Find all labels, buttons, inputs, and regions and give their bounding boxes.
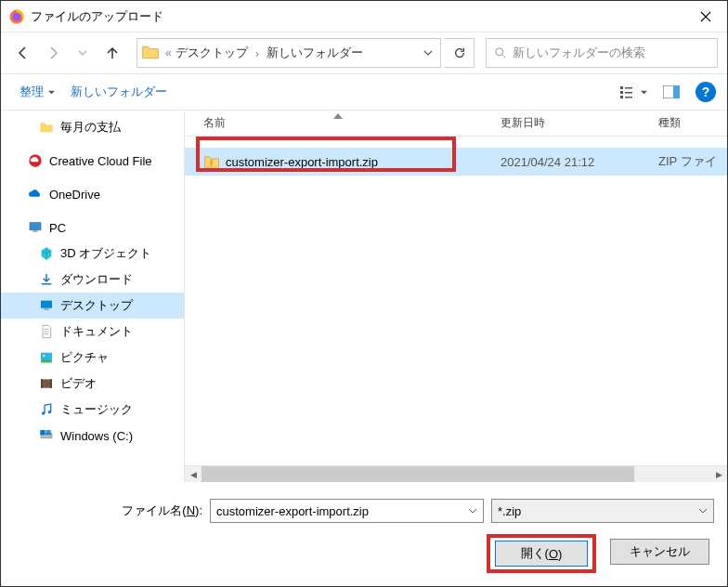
breadcrumb-seg-desktop[interactable]: デスクトップ [172, 45, 252, 61]
svg-rect-5 [620, 96, 623, 98]
file-type-filter[interactable]: *.zip [491, 499, 714, 523]
recent-dropdown[interactable] [70, 40, 96, 66]
tree-item-videos[interactable]: ビデオ [1, 371, 184, 397]
download-icon [38, 271, 55, 288]
address-dropdown[interactable] [414, 39, 440, 67]
svg-point-21 [42, 411, 45, 414]
svg-rect-25 [46, 430, 50, 435]
back-button[interactable] [10, 40, 36, 66]
breadcrumb-seg-newfolder[interactable]: 新しいフォルダー [263, 45, 367, 61]
chevron-right-icon: › [252, 46, 263, 60]
scroll-left-button[interactable]: ◀ [185, 466, 202, 482]
file-open-dialog: ファイルのアップロード « デスクトップ › 新しいフォルダー 新 [0, 0, 728, 587]
file-list-pane: 名前 更新日時 種類 customizer-export-import.zip … [185, 111, 727, 482]
dialog-footer: ファイル名(N): customizer-export-import.zip *… [1, 482, 727, 586]
file-name: customizer-export-import.zip [226, 155, 378, 169]
nav-tree: 毎月の支払 Creative Cloud File OneDrive PC 3D… [1, 111, 185, 482]
help-button[interactable]: ? [696, 82, 716, 102]
svg-rect-26 [211, 160, 213, 166]
tree-item-pictures[interactable]: ピクチャ [1, 345, 184, 371]
svg-rect-4 [620, 91, 623, 94]
3d-objects-icon [38, 245, 55, 262]
tree-item-monthly-pay[interactable]: 毎月の支払 [1, 114, 184, 140]
chevron-down-icon [468, 506, 477, 515]
svg-rect-20 [50, 379, 52, 387]
svg-rect-24 [40, 430, 45, 435]
search-placeholder: 新しいフォルダーの検索 [513, 45, 645, 61]
scroll-right-button[interactable]: ▶ [710, 466, 727, 482]
preview-pane-button[interactable] [655, 79, 688, 105]
tree-item-onedrive[interactable]: OneDrive [1, 181, 184, 207]
sort-asc-icon [333, 111, 343, 122]
svg-point-1 [13, 12, 21, 20]
forward-button[interactable] [40, 40, 66, 66]
window-title: ファイルのアップロード [31, 8, 684, 25]
refresh-button[interactable] [445, 38, 474, 68]
pictures-icon [38, 349, 55, 366]
horizontal-scrollbar[interactable]: ◀ ▶ [185, 465, 727, 482]
svg-rect-8 [625, 97, 632, 98]
svg-rect-14 [41, 301, 52, 308]
tree-item-creative-cloud[interactable]: Creative Cloud File [1, 148, 184, 174]
chevron-down-icon [47, 88, 56, 97]
creative-cloud-icon [27, 152, 44, 169]
tree-item-windows-c[interactable]: Windows (C:) [1, 423, 184, 449]
svg-point-2 [496, 48, 503, 56]
svg-rect-3 [620, 86, 623, 89]
cancel-button[interactable]: キャンセル [610, 539, 709, 565]
scroll-track[interactable] [202, 466, 710, 482]
breadcrumb: デスクトップ › 新しいフォルダー [172, 45, 414, 61]
filename-label: ファイル名(N): [1, 502, 210, 519]
scroll-thumb[interactable] [202, 466, 634, 482]
open-button[interactable]: 開く(O) [495, 541, 588, 567]
toolbar: 整理 新しいフォルダー ? [1, 73, 727, 111]
folder-icon [38, 119, 55, 136]
filename-input[interactable]: customizer-export-import.zip [210, 499, 484, 523]
svg-point-17 [43, 355, 46, 358]
svg-point-22 [48, 411, 51, 413]
tree-item-desktop[interactable]: デスクトップ [1, 293, 184, 319]
documents-icon [38, 323, 55, 340]
svg-rect-12 [30, 223, 41, 230]
music-icon [38, 401, 55, 418]
videos-icon [38, 375, 55, 392]
main-area: 毎月の支払 Creative Cloud File OneDrive PC 3D… [1, 111, 727, 482]
desktop-icon [38, 297, 55, 314]
onedrive-icon [27, 186, 44, 202]
up-button[interactable] [99, 40, 125, 66]
close-button[interactable] [684, 1, 727, 32]
tree-item-downloads[interactable]: ダウンロード [1, 267, 184, 293]
tree-item-3d-objects[interactable]: 3D オブジェクト [1, 241, 184, 267]
svg-rect-6 [625, 87, 632, 89]
column-header-name[interactable]: 名前 [185, 111, 491, 136]
file-list[interactable]: customizer-export-import.zip 2021/04/24 … [185, 137, 727, 465]
firefox-icon [8, 8, 25, 25]
zip-file-icon [203, 153, 220, 170]
tree-item-documents[interactable]: ドキュメント [1, 319, 184, 345]
drive-icon [38, 427, 55, 444]
column-header-type[interactable]: 種類 [649, 115, 727, 131]
column-headers: 名前 更新日時 種類 [185, 111, 727, 137]
svg-rect-19 [41, 379, 43, 387]
tree-item-pc[interactable]: PC [1, 215, 184, 241]
chevron-down-icon [698, 506, 708, 515]
tutorial-highlight-open: 開く(O) [487, 534, 596, 573]
file-row[interactable]: customizer-export-import.zip 2021/04/24 … [185, 148, 727, 176]
organize-menu[interactable]: 整理 [12, 80, 63, 104]
folder-icon [141, 43, 162, 63]
view-options-button[interactable] [618, 79, 651, 105]
breadcrumb-sep: « [165, 46, 172, 59]
file-type: ZIP ファイ [649, 153, 727, 170]
file-date: 2021/04/24 21:12 [491, 155, 649, 169]
cancel-wrapper: キャンセル [605, 534, 714, 573]
address-bar[interactable]: « デスクトップ › 新しいフォルダー [136, 38, 441, 68]
tree-item-music[interactable]: ミュージック [1, 397, 184, 423]
search-input[interactable]: 新しいフォルダーの検索 [486, 38, 718, 68]
svg-rect-15 [44, 308, 48, 309]
svg-rect-10 [673, 85, 680, 98]
new-folder-button[interactable]: 新しいフォルダー [63, 80, 175, 104]
pc-icon [27, 219, 44, 236]
svg-rect-7 [625, 92, 632, 94]
column-header-date[interactable]: 更新日時 [491, 115, 649, 131]
chevron-down-icon [640, 88, 648, 97]
